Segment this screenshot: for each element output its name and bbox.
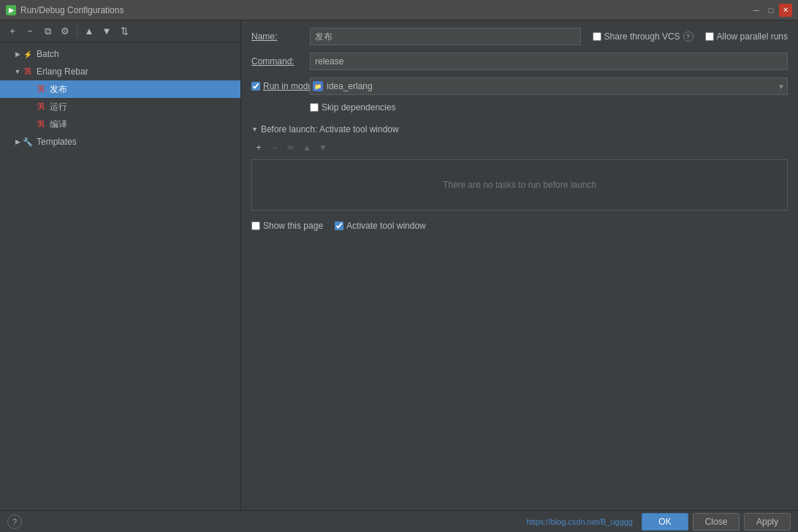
skip-deps-label: Skip dependencies <box>322 102 395 113</box>
erlang-item1-icon: ℜ <box>35 83 47 95</box>
bottom-checkboxes: Show this page Activate tool window <box>251 221 788 231</box>
maximize-button[interactable]: □ <box>764 4 778 17</box>
erlang-item3-icon: ℜ <box>35 118 47 130</box>
share-vcs-checkbox[interactable] <box>593 32 601 41</box>
show-page-option[interactable]: Show this page <box>251 221 323 231</box>
batch-icon: ⚡ <box>22 48 34 60</box>
apply-button[interactable]: Apply <box>744 513 791 531</box>
share-vcs-label: Share through VCS <box>604 31 680 42</box>
copy-config-button[interactable]: ⧉ <box>39 23 56 39</box>
run-in-module-option[interactable]: Run in module <box>251 81 310 91</box>
config-tree: ▶ ⚡ Batch ▼ ℜ Erlang Rebar ▶ ℜ 发布 ▶ ℜ 运行 <box>0 42 240 510</box>
tree-item-templates[interactable]: ▶ 🔧 Templates <box>0 133 240 151</box>
batch-label: Batch <box>37 49 59 59</box>
ok-button[interactable]: OK <box>642 513 688 531</box>
before-launch-section-header: ▼ Before launch: Activate tool window <box>251 124 788 134</box>
tree-item-batch[interactable]: ▶ ⚡ Batch <box>0 45 240 63</box>
allow-parallel-label: Allow parallel runs <box>717 31 788 42</box>
move-up-button[interactable]: ▲ <box>81 23 97 39</box>
before-launch-title: Before launch: Activate tool window <box>261 124 399 134</box>
close-dialog-button[interactable]: Close <box>693 513 740 531</box>
templates-label: Templates <box>37 137 77 147</box>
skip-deps-checkbox[interactable] <box>310 103 319 112</box>
title-bar: ▶ Run/Debug Configurations ─ □ ✕ <box>0 0 798 20</box>
empty-tasks-box: There are no tasks to run before launch <box>251 159 788 210</box>
erlang-item2-icon: ℜ <box>35 101 47 113</box>
command-row: Command: <box>251 53 788 70</box>
url-bar: https://blog.csdn.net/B_ugggg <box>526 517 633 526</box>
launch-remove-button[interactable]: − <box>267 140 282 155</box>
command-label: Command: <box>251 56 310 66</box>
skip-deps-row: Skip dependencies <box>251 102 788 113</box>
share-vcs-option[interactable]: Share through VCS ? <box>593 31 694 42</box>
add-config-button[interactable]: + <box>4 23 20 39</box>
move-down-button[interactable]: ▼ <box>99 23 115 39</box>
name-row: Name: Share through VCS ? Allow parallel… <box>251 28 788 45</box>
empty-tasks-message: There are no tasks to run before launch <box>443 180 596 190</box>
sidebar-toolbar: + − ⧉ ⚙ ▲ ▼ ⇅ <box>0 20 240 42</box>
item1-label: 发布 <box>50 83 67 96</box>
show-page-label: Show this page <box>263 221 323 231</box>
help-button[interactable]: ? <box>7 514 22 529</box>
module-select[interactable]: idea_erlang <box>310 77 788 95</box>
show-page-checkbox[interactable] <box>251 221 260 230</box>
right-panel: Name: Share through VCS ? Allow parallel… <box>241 20 798 510</box>
tree-item-compile[interactable]: ▶ ℜ 编译 <box>0 115 240 133</box>
launch-edit-button[interactable]: ✏ <box>284 140 298 155</box>
minimize-button[interactable]: ─ <box>750 4 763 17</box>
name-input[interactable] <box>310 28 581 45</box>
separator <box>77 26 77 37</box>
launch-down-button[interactable]: ▼ <box>316 140 330 155</box>
activate-window-checkbox[interactable] <box>335 221 343 230</box>
toggle-arrow-erlang: ▼ <box>13 67 22 76</box>
launch-up-button[interactable]: ▲ <box>300 140 314 155</box>
app-icon: ▶ <box>6 5 16 15</box>
tree-item-run[interactable]: ▶ ℜ 运行 <box>0 98 240 115</box>
allow-parallel-option[interactable]: Allow parallel runs <box>705 31 788 42</box>
item2-label: 运行 <box>50 101 67 113</box>
item3-label: 编译 <box>50 118 67 131</box>
close-button[interactable]: ✕ <box>779 4 792 17</box>
sidebar: + − ⧉ ⚙ ▲ ▼ ⇅ ▶ ⚡ Batch ▼ ℜ Erlang Rebar <box>0 20 241 510</box>
share-vcs-help-icon[interactable]: ? <box>683 31 694 42</box>
launch-add-button[interactable]: + <box>251 140 266 155</box>
command-input[interactable] <box>310 53 788 70</box>
run-in-module-row: Run in module 📁 idea_erlang ▼ <box>251 77 788 95</box>
window-title: Run/Debug Configurations <box>20 5 123 15</box>
section-toggle-icon[interactable]: ▼ <box>251 126 258 133</box>
module-select-wrapper: 📁 idea_erlang ▼ <box>310 77 788 95</box>
tree-item-erlang-rebar[interactable]: ▼ ℜ Erlang Rebar <box>0 63 240 80</box>
remove-config-button[interactable]: − <box>22 23 38 39</box>
name-label: Name: <box>251 31 310 42</box>
allow-parallel-checkbox[interactable] <box>705 32 714 41</box>
erlang-rebar-label: Erlang Rebar <box>37 66 88 77</box>
toggle-arrow-templates: ▶ <box>13 137 22 146</box>
activate-window-option[interactable]: Activate tool window <box>335 221 426 231</box>
activate-window-label: Activate tool window <box>346 221 426 231</box>
templates-icon: 🔧 <box>22 136 34 148</box>
bottom-bar: ? https://blog.csdn.net/B_ugggg OK Close… <box>0 510 798 532</box>
tree-item-publish[interactable]: ▶ ℜ 发布 <box>0 80 240 98</box>
sort-button[interactable]: ⇅ <box>116 23 132 39</box>
skip-deps-option[interactable]: Skip dependencies <box>310 102 395 113</box>
erlang-rebar-icon: ℜ <box>22 66 34 77</box>
run-in-module-checkbox[interactable] <box>251 82 260 91</box>
settings-config-button[interactable]: ⚙ <box>57 23 73 39</box>
toggle-arrow-batch: ▶ <box>13 50 22 58</box>
before-launch-toolbar: + − ✏ ▲ ▼ <box>251 140 788 155</box>
